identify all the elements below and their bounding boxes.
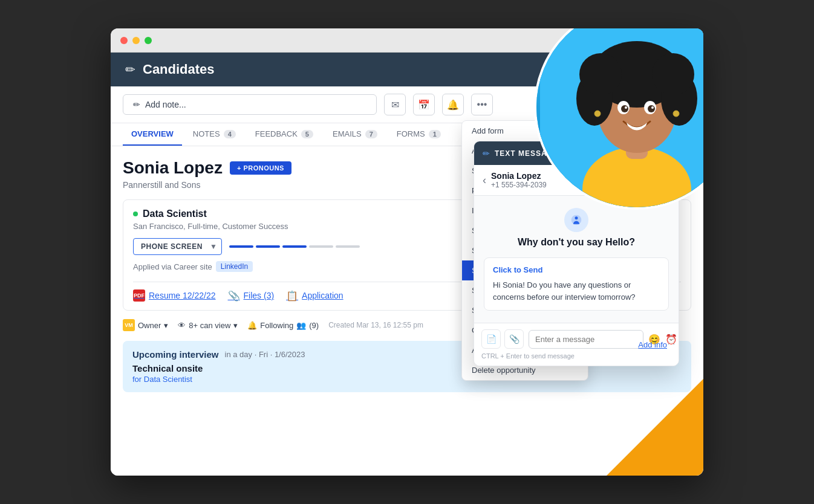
tm-message-input[interactable]: [529, 330, 643, 349]
tab-feedback-badge: 5: [301, 130, 313, 138]
svg-point-9: [579, 53, 622, 95]
stage-steps: [229, 245, 360, 248]
add-note-button[interactable]: ✏ Add note...: [123, 94, 377, 115]
alarm-icon: 🔔: [447, 99, 459, 111]
tm-contact-phone: +1 555-394-2039: [491, 181, 547, 189]
more-icon: •••: [477, 99, 487, 110]
application-label: Application: [302, 291, 344, 300]
resume-label: Resume 12/22/22: [149, 291, 216, 300]
file-icon: 📄: [486, 334, 497, 344]
owner-avatar: VM: [123, 319, 135, 331]
tab-forms-badge: 1: [429, 130, 441, 138]
tm-attach-btns: 📄 📎: [481, 329, 524, 349]
tab-notes-badge: 4: [224, 130, 236, 138]
team-icon: 👥: [296, 321, 306, 330]
pencil-icon: ✏: [133, 100, 140, 109]
paperclip-icon: 📎: [509, 334, 519, 344]
tab-emails-label: EMAILS: [333, 129, 362, 138]
tm-contact-name: Sonia Lopez: [491, 171, 547, 181]
owner-item[interactable]: VM Owner ▾: [123, 319, 168, 331]
stage-step-3: [282, 245, 307, 248]
tm-schedule-button[interactable]: ⏰: [665, 334, 677, 345]
calendar-button[interactable]: 📅: [413, 94, 435, 115]
svg-point-18: [673, 111, 679, 117]
visibility-chevron: ▾: [233, 321, 238, 330]
stage-step-4: [309, 245, 333, 248]
application-link[interactable]: 📋 Application: [286, 290, 344, 302]
more-button[interactable]: •••: [471, 94, 493, 115]
tab-overview[interactable]: OVERVIEW: [123, 123, 182, 146]
email-icon: ✉: [391, 99, 399, 111]
candidate-name: Sonia Lopez: [123, 158, 223, 178]
following-label: Following: [260, 321, 293, 330]
tm-hint: CTRL + Enter to send message: [481, 352, 671, 360]
bell-icon: 🔔: [247, 321, 257, 330]
tm-hello-text: Why don't you say Hello?: [518, 237, 635, 248]
files-label: Files (3): [244, 291, 275, 300]
tm-contact-row: ‹ Sonia Lopez +1 555-394-2039: [483, 171, 547, 189]
pronouns-button[interactable]: + PRONOUNS: [230, 161, 291, 175]
stage-step-1: [229, 245, 253, 248]
svg-point-15: [625, 106, 627, 109]
tab-notes-label: NOTES: [193, 129, 220, 138]
app-header-title: Candidates: [143, 62, 215, 77]
tab-emails[interactable]: EMAILS 7: [324, 123, 386, 146]
tab-overview-label: OVERVIEW: [131, 129, 174, 138]
tab-forms[interactable]: FORMS 1: [388, 123, 449, 146]
tm-click-to-send: Click to Send: [493, 265, 660, 274]
tm-logo-icon: ✏: [483, 149, 490, 158]
svg-point-14: [648, 105, 655, 112]
tab-feedback[interactable]: FEEDBACK 5: [247, 123, 322, 146]
tab-forms-label: FORMS: [397, 129, 425, 138]
tm-body: Why don't you say Hello? Click to Send H…: [474, 196, 679, 323]
owner-label: Owner: [138, 321, 161, 330]
tm-paperclip-button[interactable]: 📎: [504, 329, 524, 349]
svg-point-10: [652, 53, 694, 95]
visibility-item[interactable]: 👁 8+ can view ▾: [178, 321, 238, 330]
visibility-label: 8+ can view: [189, 321, 230, 330]
upcoming-title: Upcoming interview: [132, 349, 219, 360]
upcoming-date: in a day · Fri · 1/6/2023: [225, 350, 305, 359]
browser-dot-green[interactable]: [145, 37, 152, 44]
app-logo-icon: ✏: [125, 62, 135, 77]
resume-icon: PDF: [133, 289, 145, 302]
browser-dot-red[interactable]: [120, 37, 128, 44]
resume-link[interactable]: PDF Resume 12/22/22: [133, 289, 216, 302]
tab-feedback-label: FEEDBACK: [255, 129, 298, 138]
application-icon: 📋: [286, 290, 298, 302]
visibility-icon: 👁: [178, 321, 186, 330]
email-button[interactable]: ✉: [384, 94, 406, 115]
files-icon: 📎: [228, 290, 240, 302]
svg-point-1: [575, 216, 578, 219]
owner-chevron: ▾: [164, 321, 168, 330]
tm-hello-icon: [564, 208, 588, 232]
linkedin-badge: LinkedIn: [216, 261, 253, 272]
created-label: Created Mar 13, 16 12:55 pm: [328, 321, 423, 329]
calendar-icon: 📅: [418, 99, 430, 111]
tm-back-icon[interactable]: ‹: [483, 174, 486, 187]
tm-file-attach-button[interactable]: 📄: [481, 329, 501, 349]
browser-dot-yellow[interactable]: [132, 37, 140, 44]
job-title: Data Scientist: [143, 208, 207, 219]
tm-message-bubble[interactable]: Click to Send Hi Sonia! Do you have any …: [484, 257, 669, 311]
svg-point-13: [621, 105, 628, 112]
orange-triangle-decoration: [594, 367, 703, 476]
following-item[interactable]: 🔔 Following 👥 (9): [247, 321, 319, 330]
svg-point-16: [651, 106, 654, 109]
files-link[interactable]: 📎 Files (3): [228, 290, 275, 302]
tab-notes[interactable]: NOTES 4: [184, 123, 244, 146]
stage-step-2: [256, 245, 280, 248]
tab-emails-badge: 7: [365, 130, 377, 138]
applied-text: Applied via Career site: [133, 262, 212, 271]
stage-select[interactable]: PHONE SCREEN: [133, 238, 222, 255]
add-note-label: Add note...: [145, 100, 186, 109]
team-count: (9): [309, 321, 319, 330]
job-status-dot: [133, 212, 138, 216]
alarm-button[interactable]: 🔔: [442, 94, 464, 115]
tm-message-text: Hi Sonia! Do you have any questions or c…: [493, 279, 660, 303]
add-info-link[interactable]: Add info: [638, 340, 667, 349]
stage-step-5: [336, 245, 360, 248]
svg-point-17: [594, 111, 601, 117]
